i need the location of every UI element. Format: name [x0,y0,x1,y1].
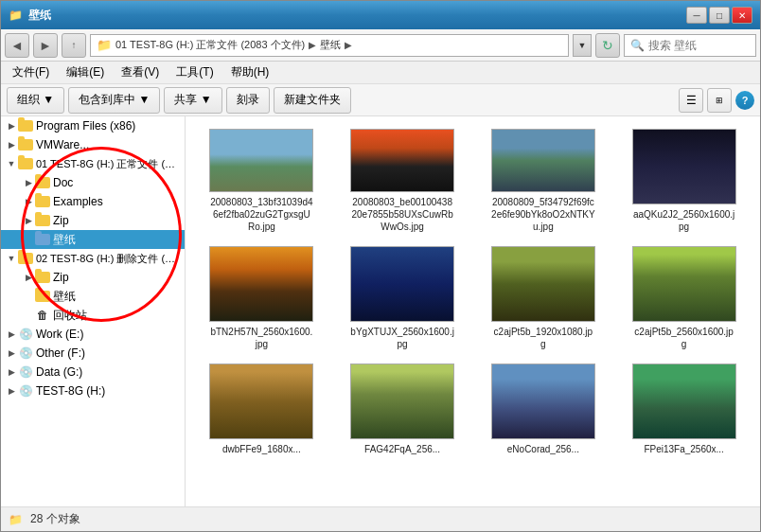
drive-icon: 💿 [18,327,33,342]
file-item[interactable]: FPei13Fa_2560x... [615,359,752,472]
tree-item-recycle[interactable]: 🗑 回收站 [1,306,185,325]
tree-item-02-test[interactable]: ▼ 02 TEST-8G (H:) 删除文件 (609 个文... [1,249,185,268]
address-bar: ◄ ► ↑ 📁 01 TEST-8G (H:) 正常文件 (2083 个文件) … [1,29,760,62]
path-segment-2[interactable]: 壁纸 [320,38,341,52]
file-name: bYgXTUJX_2560x1600.jpg [350,326,454,350]
menu-help[interactable]: 帮助(H) [223,62,277,83]
folder-icon-small: 📁 [97,38,112,52]
tree-label: Doc [53,176,181,189]
address-path[interactable]: 📁 01 TEST-8G (H:) 正常文件 (2083 个文件) ▶ 壁纸 ▶ [90,34,569,57]
tree-toggle[interactable]: ▶ [5,328,18,341]
file-item[interactable]: c2ajPt5b_1920x1080.jpg [475,241,612,355]
share-button[interactable]: 共享 ▼ [164,87,221,114]
tree-item-program-files[interactable]: ▶ Program Files (x86) [1,116,185,135]
file-name: aaQKu2J2_2560x1600.jpg [632,208,736,233]
path-dropdown[interactable]: ▼ [573,34,592,57]
file-name: 20080803_be0010043820e7855b58UXsCuwRbWwO… [350,196,454,233]
tree-label: Other (F:) [36,346,181,360]
menu-view[interactable]: 查看(V) [114,62,167,83]
menu-tools[interactable]: 工具(T) [168,62,221,83]
help-button[interactable]: ? [735,91,754,110]
tree-toggle[interactable]: ▶ [5,119,18,133]
toolbar: 组织 ▼ 包含到库中 ▼ 共享 ▼ 刻录 新建文件夹 ☰ ⊞ ? [1,84,760,116]
file-item[interactable]: 20080803_13bf31039d46ef2fba02zuG2TgxsgUR… [193,124,330,238]
file-item[interactable]: aaQKu2J2_2560x1600.jpg [615,124,752,238]
path-separator: ▶ [309,40,316,50]
up-button[interactable]: ↑ [62,33,86,58]
path-segment-1[interactable]: 01 TEST-8G (H:) 正常文件 (2083 个文件) [115,38,305,52]
refresh-button[interactable]: ↻ [595,33,620,58]
tree-label: Zip [53,214,181,227]
tree-toggle[interactable]: ▶ [5,346,18,360]
menu-file[interactable]: 文件(F) [5,62,57,83]
tree-label: TEST-8G (H:) [36,384,181,398]
search-box[interactable]: 🔍 [624,34,756,57]
burn-button[interactable]: 刻录 [226,87,270,114]
tree-item-wallpaper-1[interactable]: 壁纸 [1,230,185,249]
view-toggle-button[interactable]: ☰ [679,88,703,113]
tree-label: 回收站 [53,308,181,324]
tree-item-doc[interactable]: ▶ Doc [1,173,185,192]
menu-edit[interactable]: 编辑(E) [59,62,112,83]
tree-item-work[interactable]: ▶ 💿 Work (E:) [1,325,185,344]
file-item[interactable]: bYgXTUJX_2560x1600.jpg [334,241,471,355]
path-end-arrow: ▶ [345,40,352,50]
tree-toggle[interactable]: ▶ [22,271,35,284]
tree-item-zip-1[interactable]: ▶ Zip [1,211,185,230]
file-thumbnail [632,364,736,439]
file-name: FPei13Fa_2560x... [644,443,724,455]
file-name: 20080809_5f34792f69fc2e6fe90bYk8oO2xNTKY… [491,196,595,233]
file-thumbnail [350,246,454,322]
file-item[interactable]: 20080809_5f34792f69fc2e6fe90bYk8oO2xNTKY… [475,124,612,238]
main-content: ▶ Program Files (x86) ▶ VMWare... ▼ 01 T… [1,116,760,506]
file-item[interactable]: c2ajPt5b_2560x1600.jpg [615,241,752,355]
tree-toggle[interactable]: ▶ [22,176,35,189]
status-bar: 📁 28 个对象 [1,506,760,531]
tree-toggle[interactable]: ▼ [5,157,18,170]
new-folder-button[interactable]: 新建文件夹 [274,87,351,114]
forward-button[interactable]: ► [33,33,58,58]
file-item[interactable]: FAG42FqA_256... [334,359,471,472]
file-thumbnail [632,246,736,322]
search-icon: 🔍 [630,39,645,52]
folder-icon [35,232,50,247]
window-title: 壁纸 [28,8,686,24]
tree-toggle[interactable]: ▼ [5,252,18,265]
file-item[interactable]: eNoCorad_256... [475,359,612,472]
tree-toggle[interactable]: ▶ [5,138,18,151]
tree-toggle[interactable]: ▶ [5,384,18,398]
minimize-button[interactable]: ─ [686,7,707,24]
file-name: bTN2H57N_2560x1600.jpg [209,326,313,350]
tree-toggle[interactable]: ▶ [22,214,35,227]
organize-button[interactable]: 组织 ▼ [7,87,64,114]
file-item[interactable]: 20080803_be0010043820e7855b58UXsCuwRbWwO… [334,124,471,238]
tree-label: 01 TEST-8G (H:) 正常文件 (2083 个文... [36,157,181,171]
tree-item-zip-2[interactable]: ▶ Zip [1,268,185,287]
view-size-button[interactable]: ⊞ [707,88,732,113]
search-input[interactable] [648,39,761,52]
maximize-button[interactable]: □ [709,7,730,24]
file-item[interactable]: bTN2H57N_2560x1600.jpg [193,241,330,355]
tree-item-test8g[interactable]: ▶ 💿 TEST-8G (H:) [1,381,185,400]
back-button[interactable]: ◄ [5,33,29,58]
folder-icon [35,213,50,228]
file-item[interactable]: dwbFFe9_1680x... [193,359,330,472]
menu-bar: 文件(F) 编辑(E) 查看(V) 工具(T) 帮助(H) [1,62,760,84]
library-label: 包含到库中 ▼ [79,92,150,108]
tree-label: Examples [53,195,181,208]
tree-item-vmware[interactable]: ▶ VMWare... [1,135,185,154]
tree-item-examples[interactable]: ▶ Examples [1,192,185,211]
tree-item-wallpaper-2[interactable]: 壁纸 [1,287,185,306]
close-button[interactable]: ✕ [732,7,752,24]
tree-item-other[interactable]: ▶ 💿 Other (F:) [1,344,185,363]
file-thumbnail [209,246,313,322]
tree-label: Program Files (x86) [36,119,181,133]
tree-toggle[interactable]: ▶ [5,365,18,379]
tree-item-01-test[interactable]: ▼ 01 TEST-8G (H:) 正常文件 (2083 个文... [1,154,185,173]
tree-item-data[interactable]: ▶ 💿 Data (G:) [1,363,185,381]
tree-toggle[interactable]: ▶ [22,195,35,208]
folder-status-icon: 📁 [9,513,23,526]
library-button[interactable]: 包含到库中 ▼ [68,87,160,114]
folder-tree[interactable]: ▶ Program Files (x86) ▶ VMWare... ▼ 01 T… [1,116,186,506]
new-folder-label: 新建文件夹 [284,92,341,108]
